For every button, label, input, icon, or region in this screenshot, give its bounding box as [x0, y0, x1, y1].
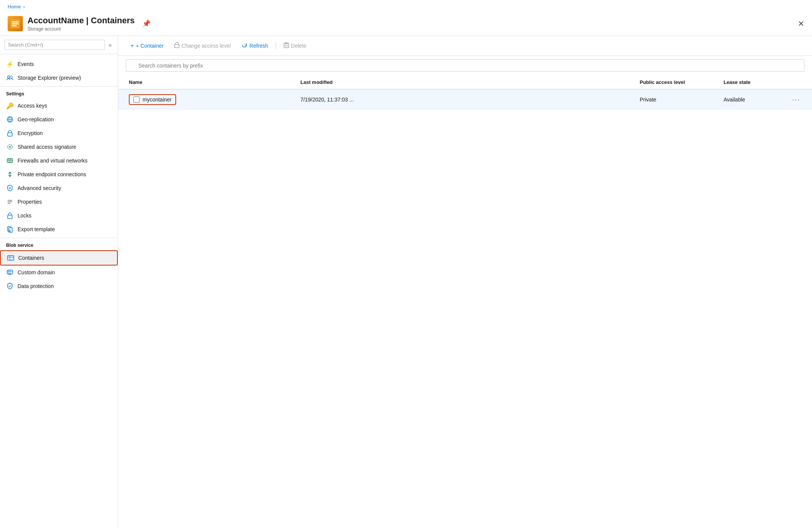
svg-rect-33 — [9, 274, 11, 275]
sidebar-item-label-advanced-security: Advanced security — [18, 185, 61, 191]
page-title: AccountName | Containers — [27, 16, 135, 26]
page-icon — [8, 16, 23, 31]
sidebar-item-custom-domain[interactable]: Custom domain — [0, 266, 118, 279]
page-subtitle: Storage account — [27, 26, 135, 32]
sidebar-item-shared-access[interactable]: Shared access signature — [0, 140, 118, 154]
delete-label: Delete — [291, 43, 306, 49]
refresh-button[interactable]: Refresh — [237, 40, 273, 52]
sidebar-item-export-template[interactable]: Export template — [0, 222, 118, 236]
svg-rect-2 — [12, 23, 19, 24]
sidebar-item-access-keys[interactable]: 🔑 Access keys — [0, 99, 118, 113]
encryption-icon — [6, 129, 14, 137]
delete-button[interactable]: Delete — [279, 40, 311, 52]
shared-access-icon — [6, 143, 14, 151]
col-header-lease-state: Lease state — [721, 78, 789, 87]
pin-icon[interactable]: 📌 — [142, 19, 151, 28]
sidebar-search-input[interactable] — [5, 40, 105, 50]
col-header-access-level: Public access level — [637, 78, 721, 87]
content-area: + + Container Change access level — [118, 36, 812, 528]
cell-last-modified: 7/19/2020, 11:37:03 ... — [297, 93, 637, 106]
sidebar-item-label-events: Events — [18, 61, 34, 67]
advanced-security-icon — [6, 184, 14, 192]
sidebar-item-label-private-endpoints: Private endpoint connections — [18, 171, 86, 177]
toolbar-separator — [276, 42, 276, 50]
change-access-button[interactable]: Change access level — [170, 40, 235, 52]
svg-rect-22 — [8, 215, 12, 219]
sidebar: « ⚡ Events Storage Explorer (preview) — [0, 36, 118, 528]
breadcrumb-separator: › — [23, 4, 25, 10]
settings-section-title: Settings — [0, 86, 118, 99]
container-search-input[interactable] — [126, 60, 804, 72]
sidebar-item-firewalls[interactable]: Firewalls and virtual networks — [0, 154, 118, 167]
sidebar-item-containers[interactable]: Containers — [0, 250, 118, 266]
container-name-highlight: mycontainer — [129, 94, 176, 105]
sidebar-item-label-firewalls: Firewalls and virtual networks — [18, 158, 88, 164]
more-options-button[interactable]: ··· — [792, 96, 800, 103]
sidebar-item-label-storage-explorer: Storage Explorer (preview) — [18, 75, 81, 81]
svg-rect-34 — [175, 45, 179, 48]
sidebar-item-label-geo-replication: Geo-replication — [18, 116, 54, 122]
sidebar-item-data-protection[interactable]: Data protection — [0, 279, 118, 293]
svg-point-5 — [10, 76, 12, 78]
table-row[interactable]: mycontainer 7/19/2020, 11:37:03 ... Priv… — [118, 90, 812, 110]
cell-more[interactable]: ··· — [789, 93, 804, 107]
sidebar-nav: ⚡ Events Storage Explorer (preview) Sett… — [0, 54, 118, 528]
delete-icon — [284, 42, 289, 49]
lock-icon — [174, 42, 180, 49]
change-access-label: Change access level — [181, 43, 231, 49]
sidebar-item-events[interactable]: ⚡ Events — [0, 57, 118, 71]
close-button[interactable]: ✕ — [798, 19, 804, 28]
geo-replication-icon — [6, 116, 14, 123]
page-header: AccountName | Containers Storage account… — [0, 13, 812, 36]
cell-access-level: Private — [637, 93, 721, 106]
refresh-label: Refresh — [249, 43, 268, 49]
add-container-button[interactable]: + + Container — [126, 40, 168, 52]
svg-point-4 — [8, 76, 10, 78]
access-keys-icon: 🔑 — [6, 102, 14, 109]
add-container-icon: + — [130, 42, 134, 49]
svg-rect-35 — [284, 43, 289, 48]
svg-rect-26 — [8, 256, 14, 260]
add-container-label: + Container — [136, 43, 164, 49]
svg-point-18 — [9, 187, 11, 189]
sidebar-search-bar: « — [0, 36, 118, 54]
breadcrumb-home[interactable]: Home — [8, 4, 21, 10]
data-protection-icon — [6, 282, 14, 290]
main-layout: « ⚡ Events Storage Explorer (preview) — [0, 36, 812, 528]
custom-domain-icon — [6, 269, 14, 276]
private-endpoints-icon — [6, 171, 14, 178]
svg-rect-3 — [12, 25, 16, 26]
table-body: mycontainer 7/19/2020, 11:37:03 ... Priv… — [118, 90, 812, 528]
cell-lease-state: Available — [721, 93, 789, 106]
sidebar-item-private-endpoints[interactable]: Private endpoint connections — [0, 167, 118, 181]
sidebar-item-label-containers: Containers — [18, 255, 44, 261]
page-title-group: AccountName | Containers Storage account — [27, 16, 135, 32]
refresh-icon — [241, 42, 247, 49]
blob-service-section-title: Blob service — [0, 238, 118, 250]
sidebar-item-properties[interactable]: Properties — [0, 195, 118, 209]
content-search — [118, 56, 812, 76]
svg-rect-10 — [8, 133, 12, 136]
toolbar: + + Container Change access level — [118, 36, 812, 56]
cell-name: mycontainer — [126, 91, 297, 108]
breadcrumb: Home › — [0, 0, 812, 13]
sidebar-item-label-access-keys: Access keys — [18, 103, 47, 109]
svg-rect-1 — [12, 21, 19, 23]
row-checkbox[interactable] — [133, 97, 140, 103]
sidebar-item-locks[interactable]: Locks — [0, 209, 118, 222]
container-name: mycontainer — [143, 97, 172, 103]
sidebar-item-geo-replication[interactable]: Geo-replication — [0, 113, 118, 126]
sidebar-item-encryption[interactable]: Encryption — [0, 126, 118, 140]
sidebar-item-label-data-protection: Data protection — [18, 283, 54, 289]
properties-icon — [6, 198, 14, 206]
sidebar-item-label-properties: Properties — [18, 199, 42, 205]
table-header: Name Last modified Public access level L… — [118, 76, 812, 90]
sidebar-item-label-custom-domain: Custom domain — [18, 269, 55, 275]
collapse-button[interactable]: « — [107, 40, 113, 50]
sidebar-item-storage-explorer[interactable]: Storage Explorer (preview) — [0, 71, 118, 85]
events-icon: ⚡ — [6, 60, 14, 68]
sidebar-item-label-encryption: Encryption — [18, 130, 43, 136]
col-header-actions — [789, 78, 804, 87]
sidebar-item-advanced-security[interactable]: Advanced security — [0, 181, 118, 195]
firewalls-icon — [6, 157, 14, 164]
